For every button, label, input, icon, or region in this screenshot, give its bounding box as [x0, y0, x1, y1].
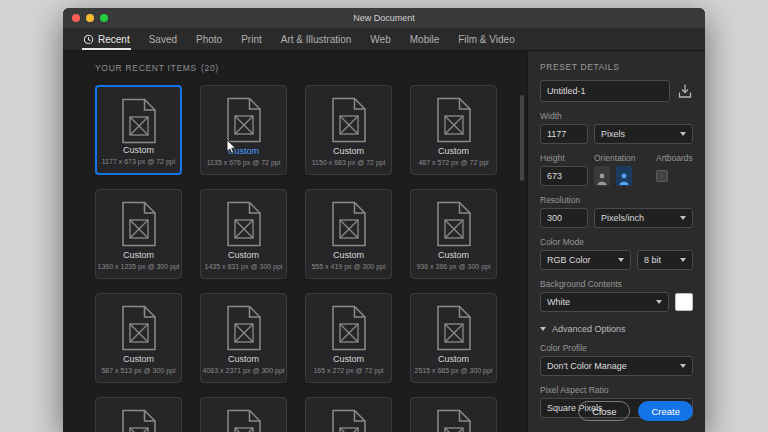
bit-depth-value: 8 bit [644, 255, 661, 265]
pixel-aspect-ratio-label: Pixel Aspect Ratio [540, 385, 693, 395]
orientation-landscape-button[interactable] [616, 166, 632, 186]
recent-items-heading-text: YOUR RECENT ITEMS [95, 63, 197, 73]
chevron-down-icon [618, 258, 624, 262]
tab-mobile[interactable]: Mobile [410, 28, 439, 50]
dialog-main: YOUR RECENT ITEMS (20) Custom 1177 x 673… [63, 51, 705, 432]
orientation-portrait-button[interactable] [594, 166, 610, 186]
recent-item-dims: 936 x 366 px @ 300 ppi [416, 263, 490, 270]
recent-item-name: Custom [438, 354, 469, 364]
tab-film-video[interactable]: Film & Video [458, 28, 515, 50]
close-button[interactable]: Close [578, 401, 630, 421]
recent-item-card[interactable]: Custom 165 x 272 px @ 72 ppi [305, 293, 392, 383]
document-icon [225, 305, 263, 351]
tab-print[interactable]: Print [241, 28, 262, 50]
document-name-input[interactable] [540, 80, 670, 102]
document-icon [120, 201, 158, 247]
recent-item-card[interactable]: Custom 4063 x 2371 px @ 300 ppi [200, 293, 287, 383]
recent-items-grid: Custom 1177 x 673 px @ 72 ppi Custom 113… [95, 85, 500, 432]
chevron-down-icon [680, 258, 686, 262]
recent-item-card[interactable] [305, 397, 392, 432]
color-profile-dropdown[interactable]: Don't Color Manage [540, 356, 693, 376]
artboards-checkbox[interactable] [656, 170, 668, 182]
recent-item-dims: 1360 x 1235 px @ 300 ppi [98, 263, 180, 270]
document-icon [225, 201, 263, 247]
document-icon [225, 409, 263, 432]
tab-art-illustration[interactable]: Art & Illustration [281, 28, 352, 50]
tab-web[interactable]: Web [370, 28, 390, 50]
tab-label: Photo [196, 34, 222, 45]
recent-item-card[interactable]: Custom 1435 x 831 px @ 300 ppi [200, 189, 287, 279]
recent-item-name: Custom [228, 354, 259, 364]
window-titlebar: New Document [63, 8, 705, 28]
recent-item-dims: 165 x 272 px @ 72 ppi [313, 367, 383, 374]
document-icon [330, 97, 368, 143]
width-unit-dropdown[interactable]: Pixels [594, 124, 693, 144]
height-input[interactable] [540, 166, 588, 186]
tab-recent[interactable]: Recent [83, 28, 130, 50]
recent-item-dims: 2515 x 685 px @ 300 ppi [415, 367, 493, 374]
grid-scrollbar-thumb[interactable] [520, 95, 524, 181]
color-mode-label: Color Mode [540, 237, 693, 247]
tab-label: Print [241, 34, 262, 45]
document-icon [330, 305, 368, 351]
recent-item-card[interactable] [95, 397, 182, 432]
recent-item-card[interactable]: Custom 1177 x 673 px @ 72 ppi [95, 85, 182, 175]
recent-item-card[interactable] [410, 397, 497, 432]
document-icon [435, 97, 473, 143]
recent-item-card[interactable]: Custom 936 x 366 px @ 300 ppi [410, 189, 497, 279]
recent-item-card[interactable]: Custom 555 x 419 px @ 300 ppi [305, 189, 392, 279]
new-document-dialog: New Document Recent Saved Photo Print Ar… [63, 8, 705, 432]
orientation-label: Orientation [594, 153, 656, 163]
save-preset-icon[interactable] [677, 83, 693, 99]
bit-depth-dropdown[interactable]: 8 bit [637, 250, 693, 270]
recent-item-dims: 1177 x 673 px @ 72 ppi [102, 158, 176, 165]
category-tabbar: Recent Saved Photo Print Art & Illustrat… [63, 28, 705, 51]
tab-label: Web [370, 34, 390, 45]
document-icon [120, 409, 158, 432]
recent-item-name: Custom [438, 250, 469, 260]
recent-item-card[interactable]: Custom 1150 x 683 px @ 72 ppi [305, 85, 392, 175]
recent-item-card[interactable]: Custom 587 x 513 px @ 300 ppi [95, 293, 182, 383]
zoom-window-button[interactable] [100, 14, 108, 22]
resolution-unit-dropdown[interactable]: Pixels/inch [594, 208, 693, 228]
tab-photo[interactable]: Photo [196, 28, 222, 50]
tab-saved[interactable]: Saved [149, 28, 177, 50]
background-color-swatch[interactable] [675, 293, 693, 311]
recent-item-name: Custom [333, 146, 364, 156]
recent-item-card[interactable]: Custom 1135 x 676 px @ 72 ppi [200, 85, 287, 175]
minimize-window-button[interactable] [86, 14, 94, 22]
create-button[interactable]: Create [638, 401, 693, 421]
recent-item-name: Custom [333, 354, 364, 364]
recent-item-card[interactable]: Custom 2515 x 685 px @ 300 ppi [410, 293, 497, 383]
resolution-unit-value: Pixels/inch [601, 213, 644, 223]
document-icon [435, 409, 473, 432]
document-icon [330, 201, 368, 247]
color-mode-value: RGB Color [547, 255, 591, 265]
recent-items-heading: YOUR RECENT ITEMS (20) [95, 63, 500, 73]
recent-item-name: Custom [228, 146, 259, 156]
chevron-down-icon [680, 216, 686, 220]
background-contents-dropdown[interactable]: White [540, 292, 669, 312]
color-mode-dropdown[interactable]: RGB Color [540, 250, 631, 270]
dialog-footer: Close Create [578, 401, 693, 421]
background-contents-label: Background Contents [540, 279, 693, 289]
height-label: Height [540, 153, 594, 163]
recent-item-card[interactable]: Custom 1360 x 1235 px @ 300 ppi [95, 189, 182, 279]
resolution-input[interactable] [540, 208, 588, 228]
width-input[interactable] [540, 124, 588, 144]
recent-item-dims: 4063 x 2371 px @ 300 ppi [203, 367, 285, 374]
width-label: Width [540, 111, 693, 121]
color-profile-label: Color Profile [540, 343, 693, 353]
recent-item-dims: 587 x 513 px @ 300 ppi [101, 367, 175, 374]
tab-label: Saved [149, 34, 177, 45]
advanced-options-toggle[interactable]: Advanced Options [540, 324, 693, 334]
preset-details-panel: PRESET DETAILS Width Pixels Height Orien… [527, 51, 705, 432]
recent-item-card[interactable]: Custom 487 x 572 px @ 72 ppi [410, 85, 497, 175]
width-unit-value: Pixels [601, 129, 625, 139]
recent-items-count: (20) [201, 63, 219, 73]
recent-item-dims: 1150 x 683 px @ 72 ppi [312, 159, 386, 166]
close-window-button[interactable] [72, 14, 80, 22]
landscape-icon [618, 172, 630, 186]
recent-item-card[interactable] [200, 397, 287, 432]
document-icon [435, 305, 473, 351]
